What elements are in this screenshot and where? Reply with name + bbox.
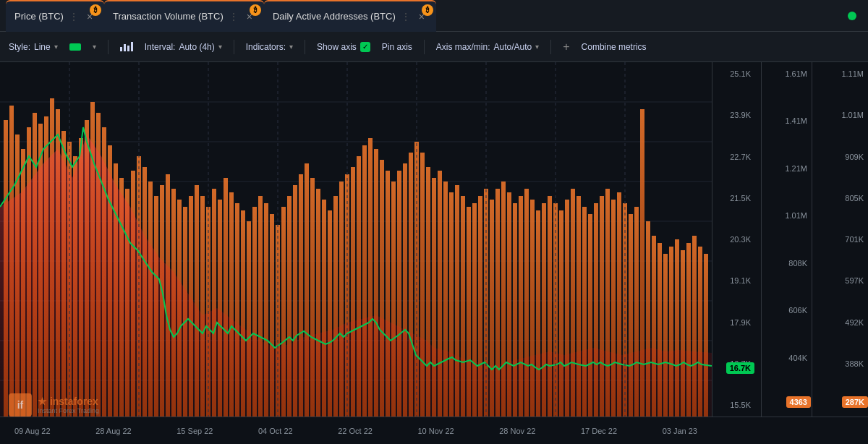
y-addr-label-7: 492K: [812, 318, 868, 327]
tabs-bar: Price (BTC) ⋮ × ₿ Transaction Volume (BT…: [0, 0, 868, 32]
tab-addresses[interactable]: Daily Active Addresses (BTC) ⋮ × ₿: [264, 0, 436, 32]
style-value: Line: [34, 42, 51, 52]
indicators-label: Indicators:: [246, 42, 286, 52]
pin-axis-toggle[interactable]: Pin axis: [382, 42, 412, 52]
instaforex-tagline: Instant Forex Trading: [38, 407, 99, 414]
y-axis-addresses: 1.11M 1.01M 909K 805K 701K 597K 492K 388…: [812, 62, 868, 417]
pin-axis-label: Pin axis: [382, 42, 412, 52]
x-label-5: 22 Oct 22: [338, 427, 373, 435]
x-label-8: 17 Dec 22: [581, 427, 617, 435]
tab-addresses-label: Daily Active Addresses (BTC): [273, 11, 396, 22]
y-vol-label-4: 1.01M: [762, 211, 812, 220]
indicators-caret: ▾: [289, 43, 293, 51]
interval-label: Interval:: [145, 42, 176, 52]
y-vol-label-1: 1.61M: [762, 69, 812, 78]
main-chart-svg: [0, 62, 712, 417]
indicators-selector[interactable]: Indicators: ▾: [246, 42, 293, 52]
interval-selector[interactable]: Interval: Auto (4h) ▾: [145, 42, 222, 52]
instaforex-logo-icon: if: [9, 393, 32, 417]
x-axis: 09 Aug 22 28 Aug 22 15 Sep 22 04 Oct 22 …: [0, 417, 868, 444]
y-addr-label-2: 1.01M: [812, 111, 868, 119]
interval-caret: ▾: [218, 43, 222, 51]
x-label-7: 28 Nov 22: [499, 427, 535, 435]
tab-price-separator: ⋮: [68, 12, 80, 22]
tab-volume-bitcoin-badge: ₿: [250, 4, 261, 16]
combine-metrics-button[interactable]: Combine metrics: [582, 42, 647, 52]
y-vol-label-2: 1.41M: [762, 116, 812, 125]
axis-maxmin-caret: ▾: [535, 43, 539, 51]
instaforex-logo-text: ★ instaforex Instant Forex Trading: [38, 396, 99, 414]
show-axis-checkbox[interactable]: ✓: [360, 42, 370, 52]
y-price-label-7: 17.9K: [712, 318, 755, 327]
style-caret: ▾: [54, 43, 58, 51]
axis-maxmin-selector[interactable]: Axis max/min: Auto/Auto ▾: [436, 42, 539, 52]
axis-maxmin-value: Auto/Auto: [494, 42, 532, 52]
y-price-label-3: 22.7K: [712, 153, 755, 161]
y-vol-label-7: 404K: [762, 354, 812, 362]
y-addr-label-5: 701K: [812, 235, 868, 244]
style-label: Style:: [9, 42, 30, 52]
y-addr-label-4: 805K: [812, 194, 868, 202]
volume-current-badge: 4363: [786, 396, 811, 408]
y-vol-label-5: 808K: [762, 259, 812, 268]
color-swatch-primary[interactable]: [69, 43, 81, 51]
instaforex-brand-name: ★ instaforex: [38, 396, 99, 407]
tab-price-bitcoin-badge: ₿: [90, 4, 101, 16]
x-label-1: 09 Aug 22: [14, 427, 51, 435]
y-vol-label-6: 606K: [762, 306, 812, 315]
svg-text:if: if: [17, 399, 24, 411]
y-axis-volume: 1.61M 1.41M 1.21M 1.01M 808K 606K 404K 2…: [761, 62, 812, 417]
y-addr-label-6: 597K: [812, 276, 868, 285]
x-label-4: 04 Oct 22: [258, 427, 293, 435]
instaforex-logo: if ★ instaforex Instant Forex Trading: [9, 393, 99, 417]
x-label-6: 10 Nov 22: [418, 427, 454, 435]
y-price-label-6: 19.1K: [712, 276, 755, 285]
y-price-label-1: 25.1K: [712, 69, 755, 78]
style-selector[interactable]: Style: Line ▾: [9, 42, 58, 52]
x-label-2: 28 Aug 22: [95, 427, 132, 435]
toolbar-divider-3: [305, 40, 305, 54]
x-label-3: 15 Sep 22: [176, 427, 213, 435]
interval-icon-wrapper: [120, 42, 133, 51]
y-addr-label-8: 388K: [812, 359, 868, 368]
tab-price[interactable]: Price (BTC) ⋮ × ₿: [6, 0, 104, 32]
y-price-label-2: 23.9K: [712, 111, 755, 119]
show-axis-toggle[interactable]: Show axis ✓: [317, 42, 370, 52]
tab-volume-label: Transaction Volume (BTC): [113, 11, 224, 22]
toolbar-divider-2: [234, 40, 234, 54]
x-label-9: 03 Jan 23: [663, 427, 697, 435]
chart-wrapper: 25.1K 23.9K 22.7K 21.5K 20.3K 19.1K 17.9…: [0, 62, 868, 444]
tab-volume[interactable]: Transaction Volume (BTC) ⋮ × ₿: [104, 0, 264, 32]
y-addr-label-1: 1.11M: [812, 69, 868, 78]
axis-maxmin-label: Axis max/min:: [436, 42, 490, 52]
y-price-label-5: 20.3K: [712, 235, 755, 244]
toolbar: Style: Line ▾ ▾ Interval: Auto (4h) ▾ In…: [0, 32, 868, 62]
tab-addresses-bitcoin-badge: ₿: [422, 4, 433, 16]
y-price-label-4: 21.5K: [712, 194, 755, 202]
y-price-label-9: 15.5K: [712, 401, 755, 409]
tab-addresses-separator: ⋮: [400, 12, 412, 22]
x-labels-container: 09 Aug 22 28 Aug 22 15 Sep 22 04 Oct 22 …: [0, 427, 712, 435]
toolbar-divider-5: [550, 40, 551, 54]
toolbar-divider-4: [424, 40, 425, 54]
y-vol-label-3: 1.21M: [762, 164, 812, 173]
y-addr-label-3: 909K: [812, 153, 868, 161]
color-caret: ▾: [93, 43, 96, 51]
tab-price-label: Price (BTC): [14, 11, 64, 22]
interval-icon: [120, 42, 133, 51]
addresses-current-badge: 287K: [842, 396, 868, 408]
combine-metrics-label: Combine metrics: [582, 42, 647, 52]
live-indicator-dot: [848, 12, 856, 20]
tab-volume-separator: ⋮: [228, 12, 239, 22]
interval-value: Auto (4h): [179, 42, 214, 52]
price-current-badge: 16.7K: [726, 362, 754, 374]
show-axis-label: Show axis: [317, 42, 357, 52]
toolbar-divider-1: [108, 40, 109, 54]
add-metric-plus-icon[interactable]: +: [563, 40, 569, 54]
